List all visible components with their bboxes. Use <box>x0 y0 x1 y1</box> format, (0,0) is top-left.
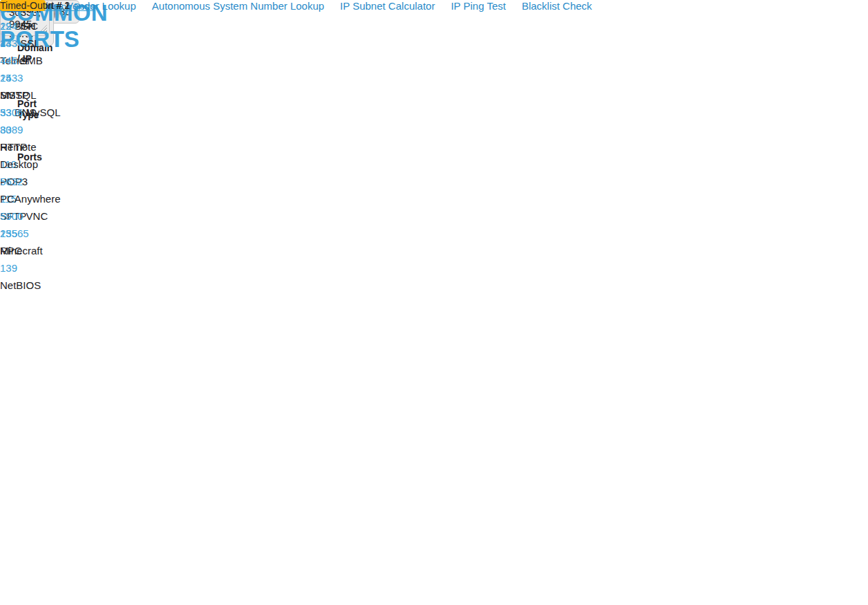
scan-port-page: SCAN PORT Domain / IP 92 80 Port Type Cu… <box>0 0 868 605</box>
link-autonomous-system-number-lookup[interactable]: Autonomous System Number Lookup <box>152 0 324 12</box>
common-port-item[interactable]: 5632 PCAnywhere <box>0 173 61 207</box>
common-ports-column-2: 143 IMAP 194 IRC 443 SSL 445 SMB 1433 MS… <box>0 0 61 259</box>
status-badge-timed-out: Timed-Out <box>0 0 46 11</box>
common-port-item[interactable]: 3389 Remote Desktop <box>0 121 61 173</box>
common-port-item[interactable]: 445 SMB <box>0 52 61 69</box>
link-blacklist-check[interactable]: Blacklist Check <box>522 0 592 12</box>
common-port-item[interactable]: 443 SSL <box>0 35 61 52</box>
link-ip-ping-test[interactable]: IP Ping Test <box>451 0 506 12</box>
common-port-item[interactable]: 139 NetBIOS <box>0 259 41 294</box>
common-port-item[interactable]: 25565 Minecraft <box>0 225 61 259</box>
related-tools-links: MAC Address Vendor Lookup Autonomous Sys… <box>0 0 592 12</box>
link-ip-subnet-calculator[interactable]: IP Subnet Calculator <box>340 0 435 12</box>
common-port-item[interactable]: 3306 MySQL <box>0 104 61 121</box>
common-port-item[interactable]: 194 IRC <box>0 17 61 35</box>
common-port-item[interactable]: 1433 MSSQL <box>0 69 61 104</box>
common-port-item[interactable]: 5900 VNC <box>0 207 61 225</box>
